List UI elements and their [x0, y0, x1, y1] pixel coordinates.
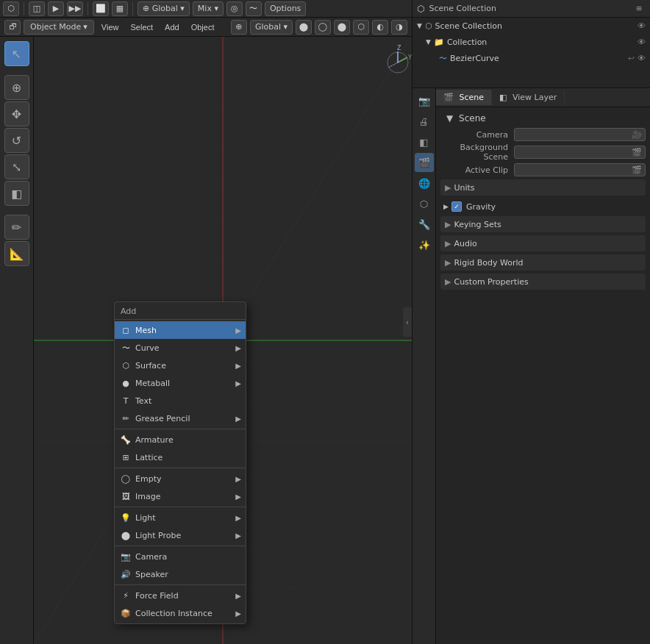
camera-field[interactable]: 🎥 ✏ — [514, 128, 646, 141]
audio-section[interactable]: ▶ Audio — [440, 235, 646, 251]
menu-divider-4 — [115, 545, 246, 546]
units-arrow: ▶ — [445, 183, 451, 193]
outliner-filter-icon[interactable]: ≡ — [632, 2, 646, 15]
material-preview-icon[interactable]: ◑ — [391, 20, 407, 35]
render-icon[interactable]: ▶ — [48, 1, 64, 16]
editor-type-icon[interactable]: ◫ — [29, 1, 45, 16]
render-props-icon[interactable]: 📷 — [415, 91, 434, 110]
output-props-icon[interactable]: 🖨 — [415, 112, 434, 131]
view-menu[interactable]: View — [97, 20, 124, 35]
viewport-type-icon[interactable]: 🗗 — [4, 20, 21, 35]
modifier-props-icon[interactable]: 🔧 — [415, 215, 434, 234]
units-section[interactable]: ▶ Units — [440, 179, 646, 196]
props-sidebar: 📷 🖨 ◧ 🎬 🌐 ⬡ 🔧 ✨ — [413, 88, 436, 644]
view-layer-props-icon[interactable]: ◧ — [415, 132, 434, 151]
add-menu[interactable]: Add — [160, 20, 184, 35]
rendered-icon[interactable]: ◐ — [372, 20, 388, 35]
transform-tool[interactable]: ◧ — [4, 181, 29, 206]
options-btn[interactable]: Options — [265, 1, 306, 16]
magnet-icon[interactable]: ◎ — [226, 1, 243, 16]
text-icon: T — [121, 396, 131, 406]
menu-item-force-field[interactable]: ⚡ Force Field ▶ — [115, 587, 246, 604]
menu-item-grease-pencil[interactable]: ✏ Grease Pencil ▶ — [115, 409, 246, 427]
expand-arrow: ▼ — [417, 22, 422, 29]
scene-tab[interactable]: 🎬 Scene — [436, 90, 492, 105]
menu-item-light-probe[interactable]: ⬤ Light Probe ▶ — [115, 526, 246, 544]
rotate-tool[interactable]: ↺ — [4, 128, 29, 153]
units-label: Units — [454, 183, 474, 193]
properties-panel: 📷 🖨 ◧ 🎬 🌐 ⬡ 🔧 ✨ 🎬 Scene ◧ View Layer — [413, 88, 650, 644]
menu-item-image[interactable]: 🖼 Image ▶ — [115, 487, 246, 505]
visibility-icon[interactable]: 👁 — [638, 21, 646, 31]
collection-visibility[interactable]: 👁 — [638, 37, 646, 47]
particles-props-icon[interactable]: ✨ — [415, 235, 434, 254]
menu-item-speaker[interactable]: 🔊 Speaker — [115, 565, 246, 583]
gravity-checkbox[interactable] — [451, 201, 462, 212]
scene-tab-icon: 🎬 — [443, 93, 454, 102]
collection-instance-icon: 📦 — [121, 608, 131, 618]
rigid-body-section[interactable]: ▶ Rigid Body World — [440, 254, 646, 271]
menu-item-text[interactable]: T Text — [115, 392, 246, 409]
menu-item-mesh[interactable]: ◻ Mesh ▶ — [115, 321, 246, 339]
menu-item-metaball[interactable]: ● Metaball ▶ — [115, 374, 246, 392]
proportional-edit-icon[interactable]: 〜 — [246, 1, 262, 16]
mesh-label: Mesh — [135, 326, 157, 335]
menu-item-lattice[interactable]: ⊞ Lattice — [115, 448, 246, 466]
overlay-icon[interactable]: ⬤ — [296, 20, 312, 35]
scene-tab-label: Scene — [460, 93, 485, 102]
select-tool[interactable]: ↖ — [4, 41, 29, 66]
menu-item-camera[interactable]: 📷 Camera — [115, 548, 246, 565]
light-icon: 💡 — [121, 512, 131, 523]
bezier-visibility[interactable]: 👁 — [638, 54, 646, 63]
solid-mode-icon[interactable]: ⬤ — [334, 20, 350, 35]
select-menu[interactable]: Select — [126, 20, 157, 35]
global-btn[interactable]: Global ▾ — [250, 20, 293, 35]
xray-icon[interactable]: ◯ — [315, 20, 331, 35]
measure-tool[interactable]: 📐 — [4, 241, 29, 266]
object-props-icon[interactable]: ⬡ — [415, 194, 434, 213]
object-mode-label: Object Mode — [30, 22, 81, 32]
speaker-icon: 🔊 — [121, 569, 131, 579]
world-props-icon[interactable]: 🌐 — [415, 173, 434, 193]
blender-icon[interactable]: ⬡ — [3, 1, 19, 16]
menu-item-armature[interactable]: 🦴 Armature — [115, 431, 246, 448]
mix-btn[interactable]: Mix ▾ — [193, 1, 224, 16]
cursor-tool[interactable]: ⊕ — [4, 75, 29, 100]
scene-expand-arrow: ▼ — [446, 113, 453, 124]
menu-item-light[interactable]: 💡 Light ▶ — [115, 509, 246, 526]
global-transform-btn[interactable]: ⊕ Global ▾ — [138, 1, 190, 16]
scene-props-icon[interactable]: 🎬 — [415, 153, 434, 172]
object-menu[interactable]: Object — [187, 20, 219, 35]
wireframe-icon[interactable]: ⬡ — [353, 20, 369, 35]
object-mode-btn[interactable]: Object Mode ▾ — [24, 20, 94, 35]
scale-tool[interactable]: ⤡ — [4, 154, 29, 179]
outliner-title: Scene Collection — [429, 4, 628, 13]
collection-item[interactable]: ▼ 📁 Collection 👁 — [413, 34, 650, 50]
active-clip-field[interactable]: 🎬 — [514, 163, 646, 176]
speaker-label: Speaker — [135, 570, 168, 579]
bezier-curve-item[interactable]: 〜 BezierCurve ↩ 👁 — [413, 50, 650, 66]
lattice-icon: ⊞ — [121, 452, 131, 462]
scene-collection-item[interactable]: ▼ ⬡ Scene Collection 👁 — [413, 18, 650, 34]
collection-icon: 📁 — [434, 37, 444, 47]
keying-sets-section[interactable]: ▶ Keying Sets — [440, 216, 646, 232]
lattice-label: Lattice — [135, 453, 162, 462]
viewport-display-icon[interactable]: ⊕ — [231, 20, 247, 35]
menu-item-empty[interactable]: ◯ Empty ▶ — [115, 470, 246, 487]
menu-item-collection-instance[interactable]: 📦 Collection Instance ▶ — [115, 604, 246, 622]
custom-props-section[interactable]: ▶ Custom Properties — [440, 273, 646, 290]
menu-item-curve[interactable]: 〜 Curve ▶ — [115, 339, 246, 357]
panel-collapse-btn[interactable]: ‹ — [403, 307, 412, 337]
bezier-label: BezierCurve — [450, 54, 499, 63]
render-anim-icon[interactable]: ▶▶ — [67, 1, 83, 16]
bg-scene-field[interactable]: 🎬 — [514, 146, 646, 159]
move-tool[interactable]: ✥ — [4, 101, 29, 126]
image-icon: 🖼 — [121, 491, 131, 501]
view-layer-tab[interactable]: ◧ View Layer — [492, 90, 565, 105]
render-type-icon[interactable]: ▦ — [112, 1, 128, 16]
menu-item-surface[interactable]: ⬡ Surface ▶ — [115, 357, 246, 374]
annotate-tool[interactable]: ✏ — [4, 215, 29, 240]
gravity-expand: ▶ — [443, 203, 449, 210]
viewport-icon[interactable]: ⬜ — [93, 1, 109, 16]
light-label: Light — [135, 513, 155, 523]
